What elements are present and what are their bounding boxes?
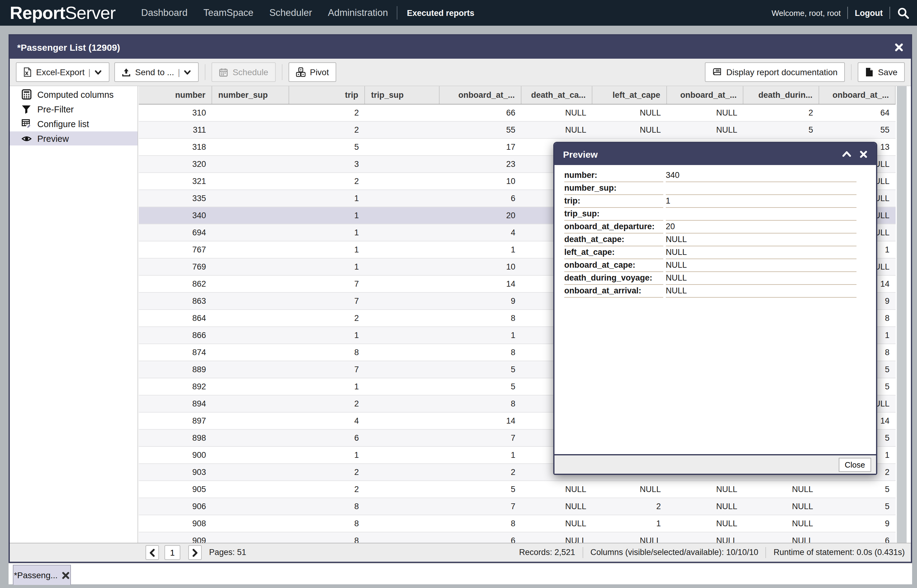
table-cell bbox=[365, 327, 439, 344]
table-cell bbox=[212, 361, 289, 378]
column-header-death_at_ca[interactable]: death_at_ca... bbox=[521, 86, 592, 104]
table-cell: 2 bbox=[289, 105, 365, 121]
table-cell bbox=[365, 532, 439, 543]
sidebar-item-computed-columns[interactable]: Computed columns bbox=[10, 87, 137, 102]
table-cell: NULL bbox=[521, 481, 592, 498]
next-page-button[interactable] bbox=[188, 545, 202, 560]
table-row[interactable]: 90525NULLNULLNULLNULL5 bbox=[139, 481, 896, 498]
modal-titlebar[interactable]: Preview bbox=[554, 143, 876, 165]
table-row[interactable]: 90986NULLNULLNULLNULL6 bbox=[139, 532, 896, 543]
table-cell: 14 bbox=[439, 276, 521, 292]
field-value: NULL bbox=[666, 246, 856, 259]
table-cell: 863 bbox=[139, 293, 212, 309]
column-header-trip_sup[interactable]: trip_sup bbox=[365, 86, 439, 104]
save-label: Save bbox=[878, 67, 898, 77]
table-cell: 2 bbox=[289, 481, 365, 498]
nav-item-dashboard[interactable]: Dashboard bbox=[141, 7, 188, 18]
field-label: death_at_cape: bbox=[564, 234, 663, 246]
excel-export-button[interactable]: Excel-Export | bbox=[16, 62, 110, 82]
nav-item-teamspace[interactable]: TeamSpace bbox=[203, 7, 253, 18]
nav-item-administration[interactable]: Administration bbox=[328, 7, 388, 18]
nav-item-executed-reports[interactable]: Executed reports bbox=[407, 8, 475, 18]
table-cell bbox=[212, 276, 289, 292]
table-cell: 8 bbox=[439, 310, 521, 326]
modal-field-row: death_at_cape:NULL bbox=[564, 234, 866, 246]
table-cell: 909 bbox=[139, 532, 212, 543]
table-cell: 903 bbox=[139, 464, 212, 480]
column-header-trip[interactable]: trip bbox=[289, 86, 365, 104]
table-row[interactable]: 90888NULL1NULLNULL9 bbox=[139, 515, 896, 532]
vertical-scrollbar[interactable] bbox=[897, 86, 907, 543]
nav-item-scheduler[interactable]: Scheduler bbox=[269, 7, 312, 18]
close-icon[interactable] bbox=[859, 150, 867, 158]
nav-right-group: Welcome, root, root Logout bbox=[772, 6, 917, 19]
table-cell: 10 bbox=[439, 173, 521, 189]
pivot-button[interactable]: Pivot bbox=[289, 62, 336, 82]
chevron-up-icon[interactable] bbox=[842, 150, 852, 158]
table-cell: 694 bbox=[139, 225, 212, 241]
chevron-down-icon[interactable] bbox=[94, 69, 102, 76]
modal-title-icons bbox=[842, 150, 867, 158]
table-cell: 321 bbox=[139, 173, 212, 189]
table-cell: 908 bbox=[139, 515, 212, 532]
table-cell: 1 bbox=[289, 190, 365, 207]
field-value: NULL bbox=[666, 234, 856, 246]
sidebar-item-preview[interactable]: Preview bbox=[10, 131, 137, 145]
table-cell: 55 bbox=[439, 122, 521, 138]
table-row[interactable]: 310266NULLNULLNULL264 bbox=[139, 105, 896, 122]
column-header-number[interactable]: number bbox=[139, 86, 212, 104]
table-cell: 1 bbox=[439, 447, 521, 463]
table-cell bbox=[212, 396, 289, 412]
table-cell: 1 bbox=[289, 207, 365, 224]
table-cell: NULL bbox=[667, 532, 743, 543]
table-cell: 897 bbox=[139, 413, 212, 429]
column-header-onboard_at_[interactable]: onboard_at_... bbox=[439, 86, 521, 104]
table-cell: 8 bbox=[289, 344, 365, 360]
toolbar-right-group: Display report documentation Save bbox=[705, 62, 905, 82]
sidebar-item-configure-list[interactable]: Configure list bbox=[10, 117, 137, 131]
column-header-onboard_at_[interactable]: onboard_at_... bbox=[667, 86, 743, 104]
table-cell: NULL bbox=[667, 515, 743, 532]
close-icon[interactable] bbox=[894, 42, 904, 52]
column-header-onboard_at_[interactable]: onboard_at_... bbox=[819, 86, 896, 104]
send-to-label: Send to ... bbox=[135, 67, 174, 77]
table-cell: 1 bbox=[439, 327, 521, 344]
table-edit-icon bbox=[21, 119, 32, 129]
preview-modal: Preview number:340number_sup:trip:1trip_… bbox=[553, 142, 877, 475]
close-button[interactable]: Close bbox=[839, 457, 872, 472]
table-cell bbox=[212, 173, 289, 189]
table-row[interactable]: 90687NULL2NULLNULL5 bbox=[139, 498, 896, 515]
table-cell: NULL bbox=[592, 481, 667, 498]
table-cell bbox=[365, 139, 439, 155]
close-icon[interactable] bbox=[62, 571, 70, 579]
column-header-death_durin[interactable]: death_durin... bbox=[743, 86, 819, 104]
table-cell bbox=[212, 293, 289, 309]
display-documentation-button[interactable]: Display report documentation bbox=[705, 62, 845, 82]
nav-menu: DashboardTeamSpaceSchedulerAdministratio… bbox=[141, 7, 388, 18]
table-cell: 6 bbox=[439, 532, 521, 543]
sidebar: Computed columns Pre-Filter Configure li… bbox=[10, 86, 138, 543]
report-tab[interactable]: *Passeng... bbox=[13, 565, 71, 585]
modal-title: Preview bbox=[563, 149, 597, 159]
sidebar-item-label: Pre-Filter bbox=[37, 104, 74, 114]
page-number-input[interactable] bbox=[165, 545, 180, 560]
search-icon[interactable] bbox=[897, 6, 910, 19]
modal-field-row: number:340 bbox=[564, 169, 866, 182]
chevron-down-icon[interactable] bbox=[184, 69, 192, 76]
table-cell bbox=[365, 310, 439, 326]
schedule-button[interactable]: Schedule bbox=[212, 62, 276, 82]
send-to-button[interactable]: Send to ... | bbox=[114, 62, 199, 82]
table-cell bbox=[365, 122, 439, 138]
previous-page-button[interactable] bbox=[145, 545, 159, 560]
table-row[interactable]: 311255NULLNULLNULL555 bbox=[139, 122, 896, 139]
table-cell: NULL bbox=[521, 532, 592, 543]
table-cell: 2 bbox=[439, 464, 521, 480]
sidebar-item-label: Computed columns bbox=[37, 90, 114, 99]
sidebar-item-pre-filter[interactable]: Pre-Filter bbox=[10, 102, 137, 116]
column-header-number_sup[interactable]: number_sup bbox=[212, 86, 289, 104]
field-value bbox=[666, 208, 856, 221]
column-header-left_at_cape[interactable]: left_at_cape bbox=[592, 86, 667, 104]
logout-link[interactable]: Logout bbox=[855, 8, 883, 18]
save-button[interactable]: Save bbox=[858, 62, 905, 82]
modal-footer: Close bbox=[554, 454, 876, 474]
